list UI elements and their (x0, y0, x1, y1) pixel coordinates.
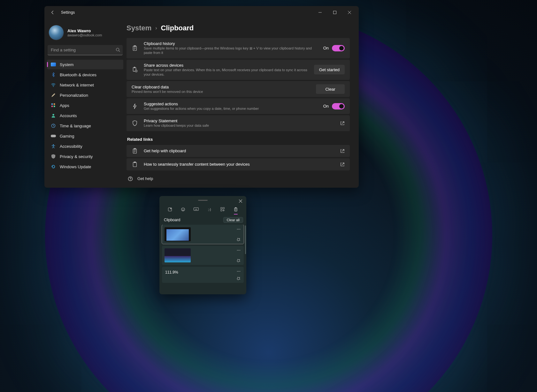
search-wrap (48, 45, 123, 55)
tab-gif[interactable]: GIF (192, 206, 200, 213)
tab-recent[interactable] (166, 206, 174, 213)
sidebar-item-bluetooth[interactable]: Bluetooth & devices (47, 70, 123, 79)
sidebar-item-label: System (60, 62, 73, 67)
back-button[interactable] (49, 9, 57, 16)
sidebar-item-label: Windows Update (60, 164, 91, 169)
help-icon (128, 176, 133, 181)
popup-tabs: GIF ;-) (159, 204, 246, 215)
clipboard-blank-icon (132, 162, 138, 167)
clipboard-item[interactable]: 111.9% ⋯ (162, 267, 244, 283)
svg-point-21 (130, 180, 131, 180)
clipboard-thumbnail (165, 248, 191, 262)
link-help-clipboard[interactable]: Get help with clipboard (127, 145, 350, 157)
setting-subtitle: Get suggestions for actions when you cop… (144, 106, 318, 111)
external-link-icon (340, 149, 345, 153)
svg-point-26 (183, 209, 184, 209)
maximize-button[interactable] (327, 8, 342, 17)
popup-close-button[interactable] (237, 198, 244, 204)
svg-point-1 (116, 48, 119, 51)
pin-button[interactable] (235, 236, 242, 243)
nav: System Bluetooth & devices Network & int… (47, 60, 123, 171)
link-label: Get help with clipboard (144, 148, 334, 153)
sidebar-item-label: Apps (60, 103, 69, 108)
shield-outline-icon (132, 120, 138, 126)
toggle-suggested-actions[interactable] (332, 103, 345, 109)
minimize-button[interactable] (313, 8, 327, 17)
setting-subtitle: Save multiple items to your clipboard—pr… (144, 46, 318, 55)
link-transfer-content[interactable]: How to seamlessly transfer content betwe… (127, 158, 350, 170)
get-started-button[interactable]: Get started (314, 65, 345, 74)
popup-title: Clipboard (164, 218, 180, 222)
setting-title: Clipboard history (144, 41, 318, 46)
svg-rect-5 (51, 106, 53, 107)
external-link-icon (340, 162, 345, 167)
tab-emoji[interactable] (179, 206, 187, 213)
sidebar-item-accounts[interactable]: Accounts (47, 111, 123, 120)
svg-rect-11 (133, 46, 137, 50)
share-icon (132, 67, 138, 72)
clock-icon (51, 123, 56, 128)
person-icon (51, 113, 56, 118)
more-button[interactable]: ⋯ (235, 268, 242, 275)
drag-handle[interactable] (198, 200, 208, 201)
sidebar-item-accessibility[interactable]: Accessibility (47, 141, 123, 151)
svg-rect-18 (133, 162, 137, 167)
clipboard-popup: GIF ;-) Clipboard Clear all ⋯ ⋯ (159, 196, 246, 294)
external-link-icon (340, 121, 345, 125)
window-title: Settings (61, 10, 75, 15)
profile-email: awawro@outlook.com (67, 33, 102, 37)
sidebar-item-privacy[interactable]: Privacy & security (47, 152, 123, 161)
setting-title: Privacy Statement (144, 118, 334, 123)
clipboard-icon (132, 45, 138, 51)
close-button[interactable] (342, 8, 357, 17)
sidebar-item-gaming[interactable]: Gaming (47, 131, 123, 141)
setting-title: Clear clipboard data (132, 85, 310, 89)
svg-rect-4 (54, 103, 55, 105)
scrollbar[interactable] (245, 225, 246, 254)
sidebar-item-network[interactable]: Network & internet (47, 80, 123, 90)
game-icon (51, 133, 56, 139)
clipboard-thumbnail (165, 227, 191, 241)
setting-privacy-statement[interactable]: Privacy Statement Learn how clipboard ke… (127, 115, 350, 131)
clipboard-item[interactable]: ⋯ (162, 225, 244, 244)
sidebar-item-time[interactable]: Time & language (47, 121, 123, 131)
toggle-state: On (323, 46, 329, 50)
sidebar-item-apps[interactable]: Apps (47, 101, 123, 110)
svg-text:GIF: GIF (195, 208, 197, 210)
apps-icon (51, 103, 56, 108)
more-button[interactable]: ⋯ (235, 226, 242, 232)
pin-button[interactable] (235, 257, 242, 264)
tab-clipboard[interactable] (232, 206, 240, 213)
toggle-clipboard-history[interactable] (332, 45, 345, 51)
clear-all-button[interactable]: Clear all (223, 217, 243, 223)
clipboard-icon (132, 148, 138, 154)
get-help-link[interactable]: Get help (127, 172, 350, 181)
pin-button[interactable] (235, 275, 242, 282)
sidebar-item-system[interactable]: System (47, 60, 123, 69)
tab-symbols[interactable] (219, 206, 226, 213)
search-icon (116, 48, 120, 52)
breadcrumb-parent[interactable]: System (127, 24, 151, 32)
profile[interactable]: Alex Wawro awawro@outlook.com (47, 21, 123, 45)
tab-kaomoji[interactable]: ;-) (206, 206, 213, 213)
sidebar-item-update[interactable]: Windows Update (47, 162, 123, 171)
setting-suggested-actions[interactable]: Suggested actions Get suggestions for ac… (127, 98, 350, 114)
svg-point-25 (182, 209, 183, 209)
sidebar-item-label: Privacy & security (60, 154, 93, 159)
link-label: How to seamlessly transfer content betwe… (144, 162, 334, 167)
lightning-icon (132, 103, 138, 109)
clear-button[interactable]: Clear (316, 84, 345, 94)
main-content: System › Clipboard Clipboard history Sav… (126, 19, 359, 188)
more-button[interactable]: ⋯ (235, 247, 242, 253)
sidebar-item-label: Accessibility (60, 144, 82, 149)
sidebar-item-personalization[interactable]: Personalization (47, 90, 123, 100)
svg-rect-6 (54, 106, 55, 107)
setting-subtitle: Learn how clipboard keeps your data safe (144, 123, 334, 128)
setting-share-devices[interactable]: Share across devices Paste text on your … (127, 60, 350, 80)
svg-point-24 (181, 208, 185, 211)
clipboard-item[interactable]: ⋯ (162, 246, 244, 265)
clipboard-text: 111.9% (165, 269, 241, 275)
setting-clipboard-history[interactable]: Clipboard history Save multiple items to… (127, 38, 350, 58)
sidebar-item-label: Time & language (60, 124, 91, 128)
search-input[interactable] (48, 45, 123, 55)
